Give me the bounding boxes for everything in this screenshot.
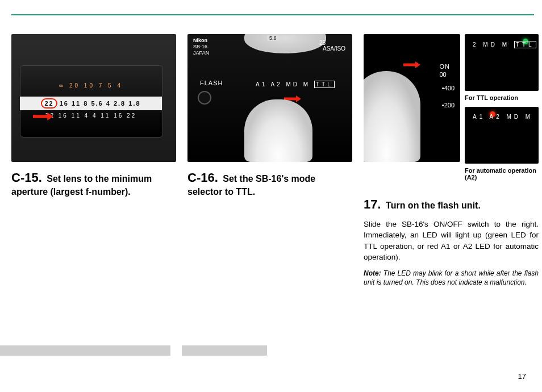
page-content: ∞ 20 10 7 5 4 22 16 11 8 5.6 4 2.8 1.8 2… (0, 0, 542, 298)
iso-400: 400 (444, 85, 455, 91)
image-auto-led: A1 A2 MD M (465, 107, 539, 164)
image-on-off-switch: ON 00 •400 •200 (364, 34, 460, 162)
flash-test-button (198, 91, 211, 105)
mode-labels: A1 A2 MD M TTL (256, 81, 335, 88)
lens-focus-scale: ∞ 20 10 7 5 4 (20, 82, 162, 94)
ttl-caption: For TTL operation (465, 94, 539, 101)
sb16-branding: Nikon SB-16 JAPAN (193, 37, 209, 56)
dial-reading: 5.6 (267, 35, 279, 41)
finger-graphic (244, 99, 312, 162)
dof-scale: 22 16 11 4 4 11 16 22 (20, 112, 162, 124)
col3-right-stack: 2 MD M TTL For TTL operation A1 A2 MD M … (465, 34, 539, 186)
step-17: 17. Turn on the flash unit. (364, 197, 539, 213)
ttl-panel-labels: 2 MD M TTL (473, 41, 536, 48)
modes-text: A1 A2 MD M (256, 81, 310, 87)
iso-scale: •400 •200 (442, 80, 455, 114)
auto-panel-labels: A1 A2 MD M (473, 114, 533, 120)
col3-images-row: ON 00 •400 •200 2 MD M TTL For TTL (364, 34, 539, 186)
step-number: C-15. (11, 170, 42, 185)
step-c16: C-16. Set the SB-16's mode selector to T… (187, 170, 352, 198)
column-c16: 5.6 25 Nikon SB-16 JAPAN ASA/ISO FLASH A… (187, 34, 352, 287)
asa-dial (244, 34, 326, 53)
image-mode-selector: 5.6 25 Nikon SB-16 JAPAN ASA/ISO FLASH A… (187, 34, 352, 162)
ttl-label: TTL (514, 41, 536, 48)
step-title: Turn on the flash unit. (386, 201, 481, 210)
ttl-label: TTL (314, 81, 335, 88)
focus-numbers: 20 10 7 5 4 (69, 82, 123, 89)
red-arrow-icon (403, 61, 420, 68)
oo-label: 00 (440, 70, 451, 78)
flash-label: FLASH (200, 80, 223, 86)
labels-text: 2 MD M (473, 41, 510, 48)
column-17: ON 00 •400 •200 2 MD M TTL For TTL (364, 34, 539, 287)
step-number: 17. (364, 197, 381, 211)
step-17-note: Note: The LED may blink for a short whil… (364, 269, 539, 287)
on-off-labels: ON 00 (440, 62, 451, 78)
step-number: C-16. (187, 170, 218, 185)
model: SB-16 (193, 44, 207, 49)
infinity-symbol: ∞ (59, 82, 65, 89)
step-c15: C-15. Set lens to the minimum aperture (… (11, 170, 176, 198)
iso-200: 200 (444, 102, 455, 109)
image-ttl-led: 2 MD M TTL (465, 34, 539, 91)
aperture-numbers: 16 11 8 5.6 4 2.8 1.8 (60, 100, 141, 107)
aperture-highlight: 22 (41, 98, 57, 109)
footer-gray-bars (0, 345, 267, 356)
image-lens-aperture: ∞ 20 10 7 5 4 22 16 11 8 5.6 4 2.8 1.8 2… (11, 34, 176, 162)
page-number: 17 (518, 372, 526, 381)
note-label: Note: (364, 269, 381, 277)
on-label: ON (440, 62, 451, 70)
column-c15: ∞ 20 10 7 5 4 22 16 11 8 5.6 4 2.8 1.8 2… (11, 34, 176, 287)
country: JAPAN (193, 50, 209, 56)
auto-caption: For automatic operation (A2) (465, 167, 539, 181)
brand: Nikon (193, 37, 207, 43)
note-text: The LED may blink for a short while afte… (364, 269, 539, 286)
aperture-band: 22 16 11 8 5.6 4 2.8 1.8 (20, 97, 162, 110)
finger-graphic (364, 71, 420, 162)
gray-bar-segment (0, 345, 170, 356)
gray-bar-segment (182, 345, 267, 356)
step-17-body: Slide the SB-16's ON/OFF switch to the r… (364, 219, 539, 263)
asa-iso-label: ASA/ISO (323, 45, 345, 52)
